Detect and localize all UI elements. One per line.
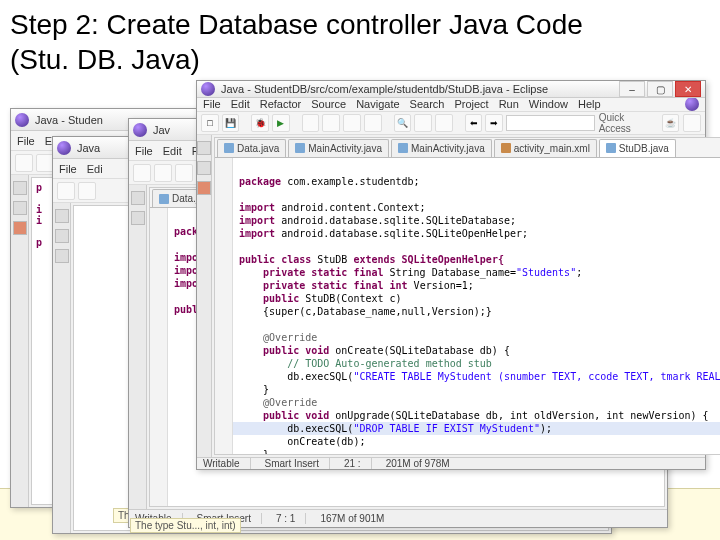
back-button[interactable]: ⬅ [465, 114, 483, 132]
view-icon[interactable] [131, 191, 145, 205]
java-file-icon [224, 143, 234, 153]
status-pos: 7 : 1 [276, 513, 306, 524]
toolbar-btn[interactable] [154, 164, 172, 182]
menu-file[interactable]: File [135, 145, 153, 157]
toolbar-btn[interactable] [78, 182, 96, 200]
eclipse-icon [57, 141, 71, 155]
menu-file[interactable]: File [17, 135, 35, 147]
tab-activity-xml[interactable]: activity_main.xml [494, 139, 597, 157]
menu-file[interactable]: File [203, 98, 221, 110]
close-button[interactable]: ✕ [675, 81, 701, 97]
toolbar-btn[interactable] [322, 114, 340, 132]
toolbar-btn[interactable] [435, 114, 453, 132]
quick-access-label: Quick Access [599, 112, 658, 134]
xml-file-icon [501, 143, 511, 153]
left-gutter [53, 203, 71, 533]
left-gutter [11, 175, 29, 507]
editor-area: Data.java MainActivity.java MainActivity… [214, 137, 720, 455]
window-buttons: – ▢ ✕ [619, 81, 701, 97]
perspective-java-icon[interactable]: ☕ [662, 114, 680, 132]
titlebar: Java - StudentDB/src/com/example/student… [197, 81, 705, 98]
menu-edit[interactable]: Edi [87, 163, 103, 175]
new-button[interactable]: □ [201, 114, 219, 132]
debug-button[interactable]: 🐞 [251, 114, 269, 132]
eclipse-icon [133, 123, 147, 137]
minimize-button[interactable]: – [619, 81, 645, 97]
search-button[interactable]: 🔍 [394, 114, 412, 132]
forward-button[interactable]: ➡ [485, 114, 503, 132]
menu-project[interactable]: Project [454, 98, 488, 110]
tab-studb[interactable]: StuDB.java [599, 139, 676, 157]
menu-file[interactable]: File [59, 163, 77, 175]
view-icon[interactable] [197, 141, 211, 155]
toolbar: □ 💾 🐞 ▶ 🔍 ⬅ ➡ Quick Access ☕ [197, 112, 705, 135]
toolbar-btn[interactable] [414, 114, 432, 132]
code-editor[interactable]: package package com.example.studentdb;co… [215, 158, 720, 454]
toolbar-btn[interactable] [343, 114, 361, 132]
view-icon[interactable] [55, 209, 69, 223]
menu-edit[interactable]: Edit [163, 145, 182, 157]
eclipse-icon [201, 82, 215, 96]
menu-search[interactable]: Search [410, 98, 445, 110]
tab-mainactivity2[interactable]: MainActivity.java [391, 139, 492, 157]
java-file-icon [159, 194, 169, 204]
toolbar-btn[interactable] [133, 164, 151, 182]
toolbar-btn[interactable] [57, 182, 75, 200]
editor-tabs: Data.java MainActivity.java MainActivity… [215, 138, 720, 158]
status-insert: Smart Insert [265, 458, 330, 469]
view-icon[interactable] [13, 221, 27, 235]
view-icon[interactable] [55, 229, 69, 243]
perspective-button[interactable] [683, 114, 701, 132]
step-title: Step 2: Create Database controller Java … [0, 0, 720, 44]
left-gutter [197, 135, 212, 457]
type-hint-tooltip: The type Stu..., int, int) [130, 518, 241, 533]
line-gutter [150, 208, 168, 506]
toolbar-btn[interactable] [15, 154, 33, 172]
window-title: Java - StudentDB/src/com/example/student… [221, 83, 619, 95]
menu-window[interactable]: Window [529, 98, 568, 110]
java-file-icon [295, 143, 305, 153]
breakpoint-icon[interactable] [197, 181, 211, 195]
eclipse-window-4: Java - StudentDB/src/com/example/student… [196, 80, 706, 470]
view-icon[interactable] [55, 249, 69, 263]
line-gutter [215, 158, 233, 454]
status-mem: 167M of 901M [320, 513, 384, 524]
toolbar-btn[interactable] [175, 164, 193, 182]
stage: Java - Studen File Edit p i i p Java [0, 78, 720, 540]
quick-access: Quick Access ☕ [506, 112, 701, 134]
maximize-button[interactable]: ▢ [647, 81, 673, 97]
eclipse-icon [15, 113, 29, 127]
menu-edit[interactable]: Edit [231, 98, 250, 110]
status-pos: 21 : [344, 458, 372, 469]
quick-access-input[interactable] [506, 115, 594, 131]
java-file-icon [398, 143, 408, 153]
menu-help[interactable]: Help [578, 98, 601, 110]
eclipse-icon [685, 98, 699, 111]
menubar[interactable]: File Edit Refactor Source Navigate Searc… [197, 98, 705, 112]
tab-mainactivity[interactable]: MainActivity.java [288, 139, 389, 157]
java-file-icon [606, 143, 616, 153]
menu-refactor[interactable]: Refactor [260, 98, 302, 110]
view-icon[interactable] [197, 161, 211, 175]
tab-data[interactable]: Data.java [217, 139, 286, 157]
menu-source[interactable]: Source [311, 98, 346, 110]
toolbar-btn[interactable] [302, 114, 320, 132]
status-mem: 201M of 978M [386, 458, 450, 469]
view-icon[interactable] [13, 201, 27, 215]
run-button[interactable]: ▶ [272, 114, 290, 132]
toolbar-btn[interactable] [364, 114, 382, 132]
view-icon[interactable] [13, 181, 27, 195]
menu-run[interactable]: Run [499, 98, 519, 110]
menu-navigate[interactable]: Navigate [356, 98, 399, 110]
view-icon[interactable] [131, 211, 145, 225]
status-bar: Writable Smart Insert 21 : 201M of 978M [197, 457, 705, 469]
status-writable: Writable [203, 458, 251, 469]
save-button[interactable]: 💾 [222, 114, 240, 132]
left-gutter [129, 185, 147, 509]
